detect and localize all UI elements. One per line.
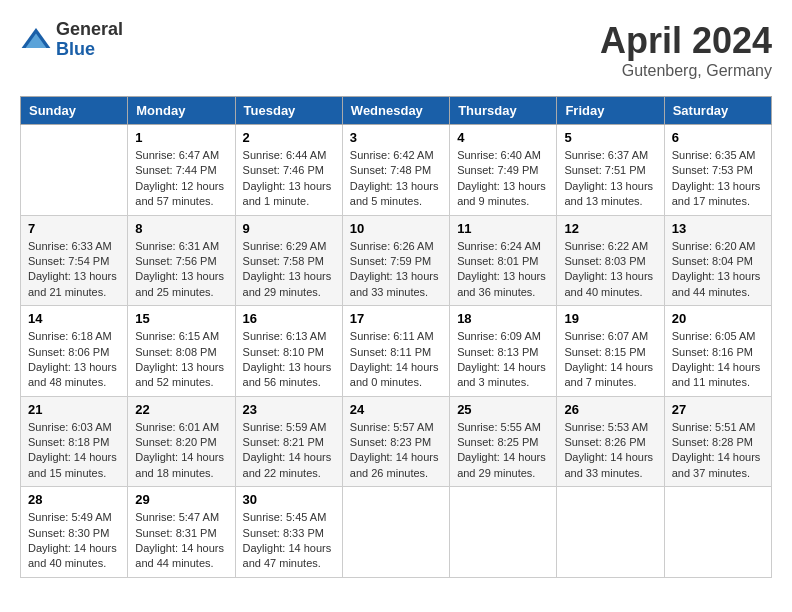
day-info: Sunrise: 6:05 AM Sunset: 8:16 PM Dayligh… [672,329,764,391]
calendar-day-header: Monday [128,97,235,125]
daylight-text: Daylight: 14 hours and 15 minutes. [28,450,120,481]
sunrise-text: Sunrise: 5:51 AM [672,420,764,435]
logo-general: General [56,20,123,40]
day-info: Sunrise: 5:51 AM Sunset: 8:28 PM Dayligh… [672,420,764,482]
sunrise-text: Sunrise: 6:07 AM [564,329,656,344]
daylight-text: Daylight: 14 hours and 0 minutes. [350,360,442,391]
sunset-text: Sunset: 8:08 PM [135,345,227,360]
daylight-text: Daylight: 13 hours and 1 minute. [243,179,335,210]
day-number: 20 [672,311,764,326]
sunrise-text: Sunrise: 6:44 AM [243,148,335,163]
calendar-cell: 29 Sunrise: 5:47 AM Sunset: 8:31 PM Dayl… [128,487,235,578]
day-number: 13 [672,221,764,236]
day-info: Sunrise: 6:26 AM Sunset: 7:59 PM Dayligh… [350,239,442,301]
day-number: 10 [350,221,442,236]
day-number: 6 [672,130,764,145]
calendar-cell: 20 Sunrise: 6:05 AM Sunset: 8:16 PM Dayl… [664,306,771,397]
calendar-day-header: Sunday [21,97,128,125]
day-info: Sunrise: 5:57 AM Sunset: 8:23 PM Dayligh… [350,420,442,482]
day-info: Sunrise: 6:11 AM Sunset: 8:11 PM Dayligh… [350,329,442,391]
daylight-text: Daylight: 13 hours and 36 minutes. [457,269,549,300]
calendar-cell [664,487,771,578]
calendar-day-header: Tuesday [235,97,342,125]
sunset-text: Sunset: 8:20 PM [135,435,227,450]
calendar-cell: 2 Sunrise: 6:44 AM Sunset: 7:46 PM Dayli… [235,125,342,216]
daylight-text: Daylight: 13 hours and 21 minutes. [28,269,120,300]
month-year: April 2024 [600,20,772,62]
day-info: Sunrise: 5:47 AM Sunset: 8:31 PM Dayligh… [135,510,227,572]
day-info: Sunrise: 6:44 AM Sunset: 7:46 PM Dayligh… [243,148,335,210]
sunrise-text: Sunrise: 6:26 AM [350,239,442,254]
daylight-text: Daylight: 14 hours and 44 minutes. [135,541,227,572]
sunrise-text: Sunrise: 5:45 AM [243,510,335,525]
day-info: Sunrise: 6:35 AM Sunset: 7:53 PM Dayligh… [672,148,764,210]
day-number: 30 [243,492,335,507]
day-number: 27 [672,402,764,417]
daylight-text: Daylight: 13 hours and 33 minutes. [350,269,442,300]
day-number: 14 [28,311,120,326]
daylight-text: Daylight: 14 hours and 7 minutes. [564,360,656,391]
calendar-cell: 5 Sunrise: 6:37 AM Sunset: 7:51 PM Dayli… [557,125,664,216]
calendar-cell: 21 Sunrise: 6:03 AM Sunset: 8:18 PM Dayl… [21,396,128,487]
calendar-cell: 30 Sunrise: 5:45 AM Sunset: 8:33 PM Dayl… [235,487,342,578]
calendar-cell: 7 Sunrise: 6:33 AM Sunset: 7:54 PM Dayli… [21,215,128,306]
logo-icon [20,24,52,56]
daylight-text: Daylight: 14 hours and 29 minutes. [457,450,549,481]
daylight-text: Daylight: 12 hours and 57 minutes. [135,179,227,210]
day-number: 17 [350,311,442,326]
sunrise-text: Sunrise: 6:42 AM [350,148,442,163]
calendar-cell [342,487,449,578]
sunset-text: Sunset: 8:11 PM [350,345,442,360]
calendar-day-header: Saturday [664,97,771,125]
calendar-cell: 16 Sunrise: 6:13 AM Sunset: 8:10 PM Dayl… [235,306,342,397]
day-number: 12 [564,221,656,236]
day-info: Sunrise: 6:01 AM Sunset: 8:20 PM Dayligh… [135,420,227,482]
calendar-cell [557,487,664,578]
calendar-body: 1 Sunrise: 6:47 AM Sunset: 7:44 PM Dayli… [21,125,772,578]
sunset-text: Sunset: 8:26 PM [564,435,656,450]
sunrise-text: Sunrise: 5:47 AM [135,510,227,525]
day-info: Sunrise: 6:13 AM Sunset: 8:10 PM Dayligh… [243,329,335,391]
calendar-header-row: SundayMondayTuesdayWednesdayThursdayFrid… [21,97,772,125]
daylight-text: Daylight: 14 hours and 37 minutes. [672,450,764,481]
daylight-text: Daylight: 14 hours and 26 minutes. [350,450,442,481]
daylight-text: Daylight: 14 hours and 18 minutes. [135,450,227,481]
daylight-text: Daylight: 14 hours and 33 minutes. [564,450,656,481]
sunset-text: Sunset: 8:01 PM [457,254,549,269]
day-info: Sunrise: 5:55 AM Sunset: 8:25 PM Dayligh… [457,420,549,482]
sunrise-text: Sunrise: 6:20 AM [672,239,764,254]
day-number: 11 [457,221,549,236]
logo: General Blue [20,20,123,60]
daylight-text: Daylight: 13 hours and 44 minutes. [672,269,764,300]
sunrise-text: Sunrise: 6:37 AM [564,148,656,163]
daylight-text: Daylight: 13 hours and 40 minutes. [564,269,656,300]
day-info: Sunrise: 6:22 AM Sunset: 8:03 PM Dayligh… [564,239,656,301]
calendar-cell: 26 Sunrise: 5:53 AM Sunset: 8:26 PM Dayl… [557,396,664,487]
day-number: 5 [564,130,656,145]
calendar-cell: 4 Sunrise: 6:40 AM Sunset: 7:49 PM Dayli… [450,125,557,216]
daylight-text: Daylight: 13 hours and 48 minutes. [28,360,120,391]
daylight-text: Daylight: 13 hours and 25 minutes. [135,269,227,300]
daylight-text: Daylight: 13 hours and 56 minutes. [243,360,335,391]
day-info: Sunrise: 6:24 AM Sunset: 8:01 PM Dayligh… [457,239,549,301]
sunrise-text: Sunrise: 6:03 AM [28,420,120,435]
calendar-week-row: 28 Sunrise: 5:49 AM Sunset: 8:30 PM Dayl… [21,487,772,578]
sunset-text: Sunset: 7:46 PM [243,163,335,178]
sunset-text: Sunset: 8:13 PM [457,345,549,360]
sunset-text: Sunset: 7:49 PM [457,163,549,178]
page-header: General Blue April 2024 Gutenberg, Germa… [20,20,772,80]
day-info: Sunrise: 6:20 AM Sunset: 8:04 PM Dayligh… [672,239,764,301]
daylight-text: Daylight: 14 hours and 22 minutes. [243,450,335,481]
calendar-cell: 17 Sunrise: 6:11 AM Sunset: 8:11 PM Dayl… [342,306,449,397]
sunset-text: Sunset: 7:51 PM [564,163,656,178]
day-number: 25 [457,402,549,417]
daylight-text: Daylight: 13 hours and 13 minutes. [564,179,656,210]
sunrise-text: Sunrise: 5:55 AM [457,420,549,435]
day-info: Sunrise: 5:59 AM Sunset: 8:21 PM Dayligh… [243,420,335,482]
calendar-cell: 22 Sunrise: 6:01 AM Sunset: 8:20 PM Dayl… [128,396,235,487]
sunset-text: Sunset: 7:56 PM [135,254,227,269]
location: Gutenberg, Germany [600,62,772,80]
calendar-cell: 28 Sunrise: 5:49 AM Sunset: 8:30 PM Dayl… [21,487,128,578]
day-info: Sunrise: 5:53 AM Sunset: 8:26 PM Dayligh… [564,420,656,482]
day-info: Sunrise: 6:42 AM Sunset: 7:48 PM Dayligh… [350,148,442,210]
